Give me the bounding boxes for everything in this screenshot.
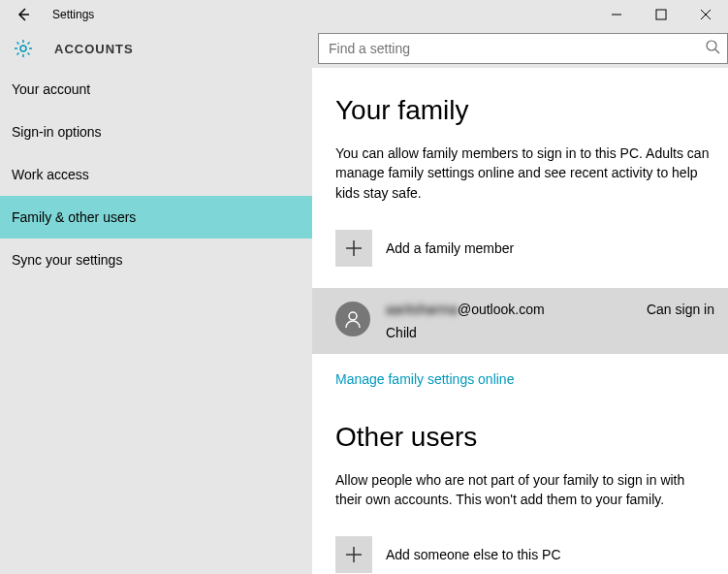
member-email: aaritsharma@outlook.com: [386, 302, 647, 317]
member-status: Can sign in: [647, 302, 714, 317]
your-family-heading: Your family: [335, 95, 714, 126]
window-title: Settings: [47, 8, 594, 21]
plus-icon: [345, 239, 363, 257]
gear-icon: [14, 39, 33, 58]
add-family-label: Add a family member: [386, 240, 514, 256]
sidebar-item-your-account[interactable]: Your account: [0, 68, 312, 111]
plus-icon: [345, 546, 363, 563]
arrow-left-icon: [16, 7, 31, 22]
maximize-button[interactable]: [639, 0, 683, 29]
member-email-suffix: @outlook.com: [458, 302, 545, 317]
sidebar-item-family-other-users[interactable]: Family & other users: [0, 196, 312, 239]
search-box: [318, 33, 728, 64]
sidebar-item-label: Work access: [12, 167, 89, 182]
search-icon: [705, 39, 720, 58]
manage-family-link[interactable]: Manage family settings online: [335, 371, 714, 387]
minimize-button[interactable]: [594, 0, 639, 29]
svg-point-2: [707, 41, 716, 50]
minimize-icon: [611, 9, 622, 20]
sidebar-item-label: Your account: [12, 81, 90, 97]
settings-icon-wrap: [0, 39, 47, 58]
member-info: aaritsharma@outlook.com Child: [386, 302, 647, 340]
content: Your family You can allow family members…: [312, 68, 728, 574]
add-other-label: Add someone else to this PC: [386, 547, 561, 562]
other-users-heading: Other users: [335, 422, 714, 453]
titlebar: Settings: [0, 0, 728, 29]
other-users-description: Allow people who are not part of your fa…: [335, 470, 714, 510]
maximize-icon: [655, 9, 667, 20]
svg-point-3: [349, 312, 357, 320]
person-icon: [343, 309, 363, 329]
sidebar-item-work-access[interactable]: Work access: [0, 153, 312, 196]
family-member-row[interactable]: aaritsharma@outlook.com Child Can sign i…: [312, 288, 728, 354]
search-input[interactable]: [318, 33, 728, 64]
sidebar-item-label: Family & other users: [12, 209, 136, 225]
svg-point-1: [20, 46, 26, 51]
sidebar-item-label: Sign-in options: [12, 124, 102, 140]
sidebar-item-sync-settings[interactable]: Sync your settings: [0, 239, 312, 281]
sidebar-item-label: Sync your settings: [12, 252, 122, 268]
sidebar: Your account Sign-in options Work access…: [0, 68, 312, 574]
avatar: [335, 302, 370, 336]
member-email-blurred: aaritsharma: [386, 302, 458, 317]
svg-rect-0: [656, 10, 666, 19]
member-role: Child: [386, 325, 647, 340]
back-button[interactable]: [0, 7, 47, 22]
close-icon: [700, 9, 712, 20]
your-family-description: You can allow family members to sign in …: [335, 144, 714, 203]
body: Your account Sign-in options Work access…: [0, 68, 728, 574]
add-family-member-row[interactable]: Add a family member: [335, 230, 714, 267]
add-other-user-row[interactable]: Add someone else to this PC: [335, 536, 714, 573]
section-title: ACCOUNTS: [47, 42, 318, 56]
add-other-plus-button[interactable]: [335, 536, 372, 573]
close-button[interactable]: [683, 0, 728, 29]
header: ACCOUNTS: [0, 29, 728, 68]
add-family-plus-button[interactable]: [335, 230, 372, 267]
sidebar-item-sign-in-options[interactable]: Sign-in options: [0, 111, 312, 153]
